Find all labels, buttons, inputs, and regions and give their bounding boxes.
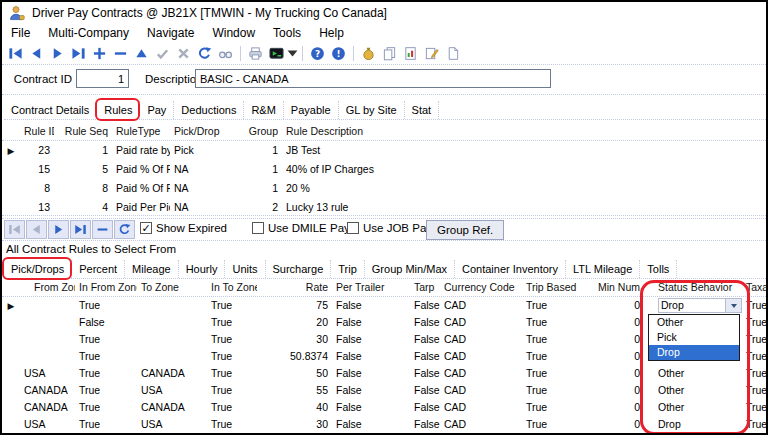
grid-row[interactable]: 134Paid Per PickNA2Lucky 13 rule	[2, 198, 766, 217]
nav-prev-icon[interactable]	[26, 44, 47, 63]
grid-row[interactable]: ▶TrueTrue75FalseFalseCADTrue0DropTrue	[2, 297, 766, 314]
info-icon[interactable]: !	[328, 44, 349, 63]
grid-row[interactable]: 155Paid % Of ReNA140% of IP Charges	[2, 160, 766, 179]
description-input[interactable]	[195, 69, 551, 88]
tab-percent[interactable]: Percent	[72, 260, 125, 278]
tab-deductions[interactable]: Deductions	[174, 101, 244, 119]
grid-row[interactable]: USATrueCANADATrue50FalseFalseCADTrue0Oth…	[2, 365, 766, 382]
tab-pay[interactable]: Pay	[140, 101, 174, 119]
nav-first-icon[interactable]	[5, 44, 26, 63]
tab-hourly[interactable]: Hourly	[179, 260, 226, 278]
tab-r-m[interactable]: R&M	[244, 101, 283, 119]
col-header-rule-seq[interactable]: Rule Seq	[54, 122, 112, 140]
tab-contract-details[interactable]: Contract Details	[4, 101, 97, 119]
menu-help[interactable]: Help	[310, 25, 353, 41]
refresh-icon[interactable]	[194, 44, 215, 63]
menu-tools[interactable]: Tools	[264, 25, 310, 41]
cancel-icon[interactable]	[173, 44, 194, 63]
cell-tarp: False	[410, 365, 440, 382]
cell-rate: 20	[257, 314, 332, 331]
menu-window[interactable]: Window	[203, 25, 264, 41]
group-ref-button[interactable]: Group Ref.	[426, 220, 504, 240]
edit-icon[interactable]	[421, 44, 442, 63]
tab-pick-drops[interactable]: Pick/Drops	[4, 260, 72, 278]
terminal-icon[interactable]	[266, 44, 287, 63]
tab-container-inventory[interactable]: Container Inventory	[455, 260, 566, 278]
nav-last-icon[interactable]	[68, 44, 89, 63]
menu-navigate[interactable]: Navigate	[138, 25, 203, 41]
dropdown-caret-icon[interactable]	[287, 44, 298, 63]
tab-group-min-max[interactable]: Group Min/Max	[365, 260, 455, 278]
checkbox-use-job-pay[interactable]: Use JOB Pay	[347, 222, 432, 234]
tab-units[interactable]: Units	[225, 260, 265, 278]
menu-file[interactable]: File	[2, 25, 39, 41]
new-page-icon[interactable]	[442, 44, 463, 63]
col-header-group[interactable]: Group	[230, 122, 282, 140]
col-header-ruletype[interactable]: RuleType	[112, 122, 170, 140]
dropdown-option-other[interactable]: Other	[649, 315, 739, 330]
contract-id-input[interactable]	[76, 69, 129, 88]
copy-icon[interactable]	[379, 44, 400, 63]
col-header-rule-description[interactable]: Rule Description	[282, 122, 762, 140]
move-up-icon[interactable]	[131, 44, 152, 63]
tab-rules[interactable]: Rules	[97, 101, 140, 119]
status-behavior-combo[interactable]: Drop	[658, 298, 742, 313]
help-icon[interactable]: ?	[307, 44, 328, 63]
tab-surcharge[interactable]: Surcharge	[266, 260, 332, 278]
grid-row[interactable]: CANADATrueCANADATrue40FalseFalseCADTrue0…	[2, 399, 766, 416]
cell-trip-based: True	[522, 416, 588, 433]
checkbox-use-dmile-pay[interactable]: Use DMILE Pay	[252, 222, 350, 234]
grid-row[interactable]: USATrueUSATrue30FalseFalseCADTrue0DropTr…	[2, 416, 766, 433]
tab-gl-by-site[interactable]: GL by Site	[339, 101, 405, 119]
col-header-in-to-zone[interactable]: In To Zone	[207, 279, 257, 296]
grid-row[interactable]: ▶231Paid rate by lPick1JB Test	[2, 141, 766, 160]
remove-button[interactable]	[92, 220, 113, 239]
col-header-per-trailer[interactable]: Per Trailer	[332, 279, 410, 296]
add-icon[interactable]	[89, 44, 110, 63]
cell-per-trailer: False	[332, 399, 410, 416]
col-header-in-from-zone[interactable]: In From Zone	[75, 279, 137, 296]
dropdown-option-drop[interactable]: Drop	[649, 345, 739, 360]
col-header-rate[interactable]: Rate	[257, 279, 332, 296]
binoculars-icon[interactable]	[215, 44, 236, 63]
col-header-from-zone[interactable]: From Zone	[20, 279, 75, 296]
checkbox-unchecked[interactable]	[252, 222, 264, 234]
print-icon[interactable]	[245, 44, 266, 63]
menu-multi-company[interactable]: Multi-Company	[39, 25, 138, 41]
tab-mileage[interactable]: Mileage	[125, 260, 179, 278]
col-header-status-behavior[interactable]: Status Behavior	[644, 279, 742, 296]
col-header-trip-based[interactable]: Trip Based	[522, 279, 588, 296]
tab-ltl-mileage[interactable]: LTL Mileage	[566, 260, 640, 278]
report-icon[interactable]	[400, 44, 421, 63]
checkbox-unchecked[interactable]	[347, 222, 359, 234]
nav-next-button[interactable]	[48, 220, 69, 239]
checkbox-checked[interactable]: ✓	[140, 222, 152, 234]
col-header-tarp[interactable]: Tarp	[410, 279, 440, 296]
combo-dropdown-button[interactable]	[725, 299, 741, 312]
money-bag-icon[interactable]	[358, 44, 379, 63]
cell-from-zone: USA	[20, 416, 75, 433]
dropdown-option-pick[interactable]: Pick	[649, 330, 739, 345]
col-header-min-num[interactable]: Min Num	[588, 279, 644, 296]
grid-row[interactable]: 88Paid % Of ReNA120 %	[2, 179, 766, 198]
refresh-button[interactable]	[114, 220, 135, 239]
cell-in-to-zone: True	[207, 297, 257, 314]
col-header-rule-id[interactable]: Rule ID	[20, 122, 54, 140]
col-header-taxable[interactable]: Taxable	[742, 279, 766, 296]
nav-prev-button[interactable]	[26, 220, 47, 239]
confirm-icon[interactable]	[152, 44, 173, 63]
checkbox-show-expired[interactable]: ✓Show Expired	[140, 222, 227, 234]
nav-next-icon[interactable]	[47, 44, 68, 63]
tab-tolls[interactable]: Tolls	[640, 260, 677, 278]
nav-first-button[interactable]	[4, 220, 25, 239]
col-header-pick-drop[interactable]: Pick/Drop	[170, 122, 230, 140]
tab-stat[interactable]: Stat	[405, 101, 440, 119]
nav-last-button[interactable]	[70, 220, 91, 239]
tab-trip[interactable]: Trip	[331, 260, 365, 278]
cell-rule-id: 13	[20, 198, 54, 217]
remove-icon[interactable]	[110, 44, 131, 63]
col-header-currency-code[interactable]: Currency Code	[440, 279, 522, 296]
grid-row[interactable]: CANADATrueUSATrue55FalseFalseCADTrue0Oth…	[2, 382, 766, 399]
tab-payable[interactable]: Payable	[284, 101, 339, 119]
col-header-to-zone[interactable]: To Zone	[137, 279, 207, 296]
